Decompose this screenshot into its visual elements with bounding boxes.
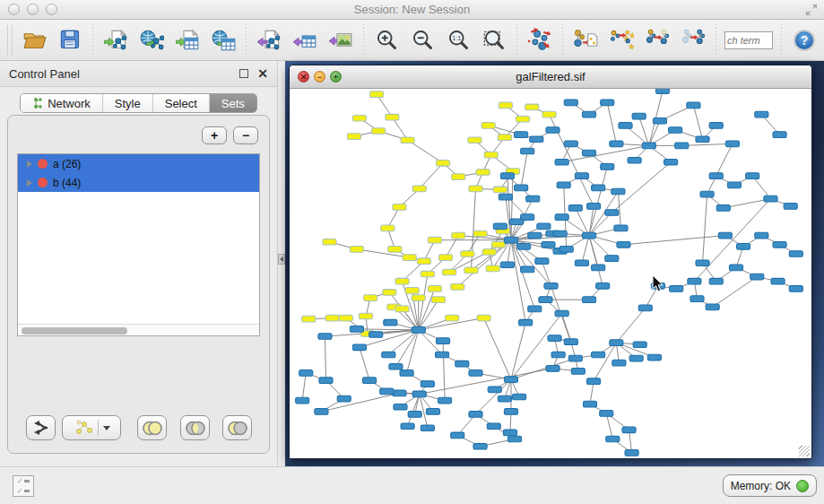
graph-node (386, 114, 399, 120)
tab-style[interactable]: Style (103, 94, 153, 112)
open-icon (22, 28, 47, 52)
graph-node (606, 436, 620, 442)
import-table-url-button[interactable] (205, 23, 241, 57)
collapse-panel-handle[interactable] (278, 254, 285, 265)
graph-node (530, 136, 543, 143)
horizontal-scrollbar[interactable] (18, 324, 259, 335)
graph-node (555, 310, 568, 317)
tab-sets[interactable]: Sets (210, 94, 256, 112)
graph-node (755, 111, 768, 117)
zoom-actual-button[interactable]: 1:1 (440, 23, 476, 57)
graph-node (784, 204, 797, 210)
union-sets-button[interactable] (137, 415, 167, 440)
network-canvas[interactable] (290, 89, 811, 458)
control-panel-tabbar: NetworkStyleSelectSets (0, 93, 277, 113)
panel-splitter[interactable] (278, 61, 285, 466)
graph-node (709, 123, 723, 129)
help-button[interactable]: ? (794, 30, 815, 51)
graph-node (493, 187, 507, 193)
search-input[interactable] (724, 31, 773, 49)
dropdown-arrow-icon[interactable] (103, 426, 110, 430)
fullscreen-icon[interactable] (804, 3, 819, 17)
zoom-out-button[interactable] (404, 23, 440, 57)
graph-node (746, 173, 759, 179)
show-all-button[interactable] (675, 23, 711, 57)
first-neighbors-button[interactable] (603, 23, 639, 57)
add-set-button[interactable]: + (202, 126, 227, 144)
main-toolbar: 1:1 ? (0, 20, 824, 61)
graph-node (586, 378, 600, 385)
graph-node (526, 196, 540, 202)
new-network-from-selection-button[interactable] (568, 23, 603, 57)
toolbar-separator (562, 24, 563, 56)
graph-node (473, 230, 487, 237)
network-graph[interactable] (290, 89, 811, 458)
graph-node (582, 150, 595, 156)
open-button[interactable] (16, 23, 52, 57)
create-set-combo-button[interactable] (62, 415, 121, 440)
graph-node (690, 296, 704, 302)
zoom-in-button[interactable] (369, 23, 404, 57)
network-window-titlebar[interactable]: ✕ − + galFiltered.sif (290, 65, 811, 89)
network-window[interactable]: ✕ − + galFiltered.sif (289, 65, 812, 459)
close-network-icon[interactable]: ✕ (298, 71, 309, 83)
graph-node (319, 378, 333, 384)
network-desktop: ✕ − + galFiltered.sif (285, 61, 824, 466)
graph-node (486, 265, 499, 272)
export-image-button[interactable] (323, 23, 359, 57)
memory-status-button[interactable]: Memory: OK (723, 474, 817, 497)
tab-select[interactable]: Select (153, 94, 210, 112)
hide-selected-button[interactable] (639, 23, 675, 57)
graph-node (435, 352, 448, 358)
graph-node (727, 182, 741, 188)
zoom-out-icon (411, 28, 435, 52)
graph-node (521, 148, 534, 154)
graph-node (389, 363, 403, 369)
toolbar-drag-handle[interactable] (7, 25, 13, 56)
remove-set-button[interactable]: − (233, 126, 258, 144)
zoom-in-icon (375, 28, 399, 52)
intersect-sets-button[interactable] (180, 415, 210, 440)
set-list-item[interactable]: a (26) (18, 154, 259, 173)
graph-node (498, 395, 511, 402)
expand-arrow-icon[interactable] (27, 179, 32, 187)
expand-arrow-icon[interactable] (27, 161, 32, 168)
graph-node (350, 247, 363, 253)
set-list-item[interactable]: b (44) (18, 173, 259, 192)
graph-node (525, 104, 539, 110)
yellow-network-icon (74, 420, 93, 436)
graph-node (350, 326, 363, 333)
graph-node (507, 436, 521, 442)
import-network-file-button[interactable] (98, 23, 134, 57)
graph-node (363, 295, 377, 301)
graph-node (498, 135, 511, 141)
resize-grip-icon[interactable] (799, 446, 810, 456)
import-table-file-button[interactable] (169, 23, 205, 57)
float-panel-icon[interactable] (239, 69, 248, 78)
zoom-window-button[interactable] (46, 4, 57, 15)
graph-node (504, 237, 517, 243)
graph-node (675, 143, 689, 149)
minimize-network-icon[interactable]: − (314, 71, 325, 83)
scrollbar-thumb[interactable] (22, 327, 127, 335)
close-panel-icon[interactable]: ✕ (257, 67, 268, 80)
import-network-url-button[interactable] (134, 23, 169, 57)
main-titlebar: Session: New Session (0, 0, 824, 20)
export-table-button[interactable] (287, 23, 323, 57)
venn-intersection-icon (185, 421, 206, 436)
graph-node (417, 258, 430, 265)
graph-node (412, 186, 426, 192)
graph-node (653, 117, 666, 124)
difference-sets-button[interactable] (222, 415, 252, 440)
graph-node (477, 315, 490, 321)
task-history-button[interactable]: ✓ ✓ (13, 475, 34, 497)
maximize-network-icon[interactable]: + (330, 71, 342, 83)
split-set-button[interactable] (26, 415, 56, 440)
minimize-window-button[interactable] (27, 4, 39, 15)
zoom-selected-button[interactable] (476, 23, 512, 57)
close-window-button[interactable] (8, 4, 20, 15)
export-network-button[interactable] (251, 23, 287, 57)
tab-network[interactable]: Network (21, 94, 103, 112)
save-button[interactable] (52, 23, 88, 57)
apply-layout-button[interactable] (522, 23, 558, 57)
